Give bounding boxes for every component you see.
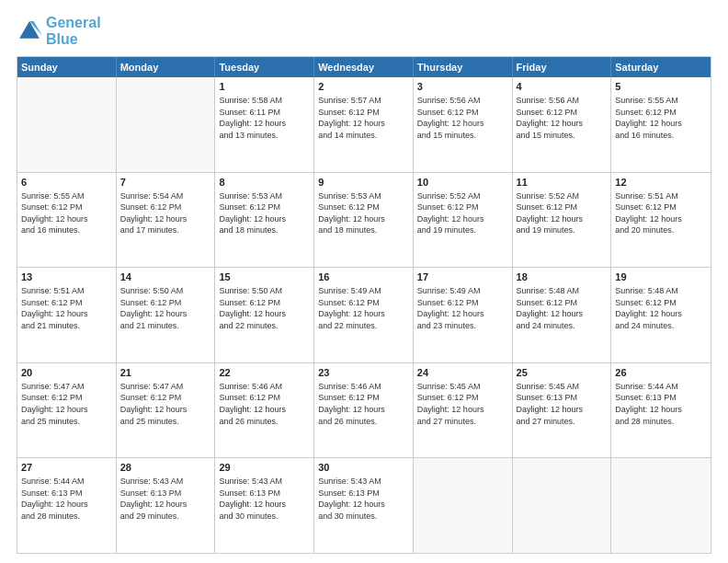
day-info: Sunrise: 5:55 AMSunset: 6:12 PMDaylight:…	[615, 95, 707, 141]
day-number: 4	[517, 80, 608, 94]
header-cell-wednesday: Wednesday	[314, 57, 414, 77]
day-cell-22: 22Sunrise: 5:46 AMSunset: 6:12 PMDayligh…	[215, 363, 314, 458]
day-cell-14: 14Sunrise: 5:50 AMSunset: 6:12 PMDayligh…	[117, 268, 216, 362]
header: General Blue	[17, 15, 711, 47]
day-info: Sunrise: 5:58 AMSunset: 6:11 PMDaylight:…	[219, 95, 310, 141]
day-info: Sunrise: 5:56 AMSunset: 6:12 PMDaylight:…	[417, 95, 508, 141]
logo: General Blue	[17, 15, 101, 47]
day-number: 7	[120, 176, 211, 190]
calendar-row-3: 20Sunrise: 5:47 AMSunset: 6:12 PMDayligh…	[17, 363, 711, 459]
day-number: 11	[517, 176, 608, 190]
day-number: 22	[219, 366, 310, 380]
day-number: 8	[219, 176, 310, 190]
day-info: Sunrise: 5:52 AMSunset: 6:12 PMDaylight:…	[517, 190, 608, 236]
day-number: 3	[417, 80, 508, 94]
day-number: 26	[615, 366, 707, 380]
day-cell-16: 16Sunrise: 5:49 AMSunset: 6:12 PMDayligh…	[314, 268, 414, 362]
day-cell-11: 11Sunrise: 5:52 AMSunset: 6:12 PMDayligh…	[513, 173, 612, 268]
day-number: 20	[21, 366, 112, 380]
calendar: SundayMondayTuesdayWednesdayThursdayFrid…	[17, 56, 711, 554]
day-number: 21	[120, 366, 211, 380]
header-cell-friday: Friday	[513, 57, 612, 77]
day-info: Sunrise: 5:55 AMSunset: 6:12 PMDaylight:…	[21, 190, 112, 236]
day-cell-20: 20Sunrise: 5:47 AMSunset: 6:12 PMDayligh…	[17, 363, 117, 458]
svg-marker-0	[19, 21, 40, 39]
empty-cell	[117, 77, 216, 172]
day-info: Sunrise: 5:43 AMSunset: 6:13 PMDaylight:…	[219, 476, 310, 522]
day-number: 10	[417, 176, 508, 190]
day-info: Sunrise: 5:44 AMSunset: 6:13 PMDaylight:…	[615, 381, 707, 427]
header-cell-thursday: Thursday	[414, 57, 513, 77]
day-info: Sunrise: 5:54 AMSunset: 6:12 PMDaylight:…	[120, 190, 211, 236]
day-number: 15	[219, 270, 310, 284]
day-cell-1: 1Sunrise: 5:58 AMSunset: 6:11 PMDaylight…	[215, 77, 314, 172]
day-cell-15: 15Sunrise: 5:50 AMSunset: 6:12 PMDayligh…	[215, 268, 314, 362]
day-number: 12	[615, 176, 707, 190]
day-info: Sunrise: 5:49 AMSunset: 6:12 PMDaylight:…	[318, 285, 409, 331]
day-number: 13	[21, 270, 112, 284]
day-cell-10: 10Sunrise: 5:52 AMSunset: 6:12 PMDayligh…	[414, 173, 513, 268]
day-info: Sunrise: 5:44 AMSunset: 6:13 PMDaylight:…	[21, 476, 112, 522]
day-cell-27: 27Sunrise: 5:44 AMSunset: 6:13 PMDayligh…	[17, 458, 117, 553]
day-number: 29	[219, 461, 310, 475]
day-cell-3: 3Sunrise: 5:56 AMSunset: 6:12 PMDaylight…	[414, 77, 513, 172]
day-cell-21: 21Sunrise: 5:47 AMSunset: 6:12 PMDayligh…	[117, 363, 216, 458]
day-info: Sunrise: 5:46 AMSunset: 6:12 PMDaylight:…	[318, 381, 409, 427]
day-info: Sunrise: 5:52 AMSunset: 6:12 PMDaylight:…	[417, 190, 508, 236]
day-cell-7: 7Sunrise: 5:54 AMSunset: 6:12 PMDaylight…	[117, 173, 216, 268]
day-info: Sunrise: 5:57 AMSunset: 6:12 PMDaylight:…	[318, 95, 409, 141]
header-cell-monday: Monday	[117, 57, 216, 77]
day-number: 25	[517, 366, 608, 380]
day-cell-24: 24Sunrise: 5:45 AMSunset: 6:12 PMDayligh…	[414, 363, 513, 458]
day-cell-28: 28Sunrise: 5:43 AMSunset: 6:13 PMDayligh…	[117, 458, 216, 553]
empty-cell	[414, 458, 513, 553]
day-info: Sunrise: 5:43 AMSunset: 6:13 PMDaylight:…	[318, 476, 409, 522]
day-number: 28	[120, 461, 211, 475]
day-cell-23: 23Sunrise: 5:46 AMSunset: 6:12 PMDayligh…	[314, 363, 414, 458]
day-cell-9: 9Sunrise: 5:53 AMSunset: 6:12 PMDaylight…	[314, 173, 414, 268]
day-cell-25: 25Sunrise: 5:45 AMSunset: 6:13 PMDayligh…	[513, 363, 612, 458]
day-cell-12: 12Sunrise: 5:51 AMSunset: 6:12 PMDayligh…	[611, 173, 711, 268]
calendar-row-0: 1Sunrise: 5:58 AMSunset: 6:11 PMDaylight…	[17, 77, 711, 173]
day-info: Sunrise: 5:49 AMSunset: 6:12 PMDaylight:…	[417, 285, 508, 331]
header-cell-tuesday: Tuesday	[215, 57, 314, 77]
day-number: 6	[21, 176, 112, 190]
day-info: Sunrise: 5:46 AMSunset: 6:12 PMDaylight:…	[219, 381, 310, 427]
day-cell-19: 19Sunrise: 5:48 AMSunset: 6:12 PMDayligh…	[611, 268, 711, 362]
day-info: Sunrise: 5:43 AMSunset: 6:13 PMDaylight:…	[120, 476, 211, 522]
day-number: 19	[615, 270, 707, 284]
day-info: Sunrise: 5:50 AMSunset: 6:12 PMDaylight:…	[120, 285, 211, 331]
logo-icon	[17, 18, 42, 44]
day-cell-2: 2Sunrise: 5:57 AMSunset: 6:12 PMDaylight…	[314, 77, 414, 172]
day-number: 9	[318, 176, 409, 190]
day-info: Sunrise: 5:45 AMSunset: 6:13 PMDaylight:…	[517, 381, 608, 427]
day-info: Sunrise: 5:51 AMSunset: 6:12 PMDaylight:…	[21, 285, 112, 331]
day-info: Sunrise: 5:47 AMSunset: 6:12 PMDaylight:…	[21, 381, 112, 427]
empty-cell	[17, 77, 117, 172]
day-cell-13: 13Sunrise: 5:51 AMSunset: 6:12 PMDayligh…	[17, 268, 117, 362]
header-cell-saturday: Saturday	[611, 57, 711, 77]
day-cell-17: 17Sunrise: 5:49 AMSunset: 6:12 PMDayligh…	[414, 268, 513, 362]
logo-text: General Blue	[46, 15, 101, 47]
day-info: Sunrise: 5:48 AMSunset: 6:12 PMDaylight:…	[615, 285, 707, 331]
day-info: Sunrise: 5:50 AMSunset: 6:12 PMDaylight:…	[219, 285, 310, 331]
calendar-row-4: 27Sunrise: 5:44 AMSunset: 6:13 PMDayligh…	[17, 458, 711, 553]
day-number: 5	[615, 80, 707, 94]
day-number: 16	[318, 270, 409, 284]
calendar-header: SundayMondayTuesdayWednesdayThursdayFrid…	[17, 57, 711, 77]
page: General Blue SundayMondayTuesdayWednesda…	[0, 0, 728, 563]
day-cell-30: 30Sunrise: 5:43 AMSunset: 6:13 PMDayligh…	[314, 458, 414, 553]
day-info: Sunrise: 5:45 AMSunset: 6:12 PMDaylight:…	[417, 381, 508, 427]
day-cell-5: 5Sunrise: 5:55 AMSunset: 6:12 PMDaylight…	[611, 77, 711, 172]
day-number: 24	[417, 366, 508, 380]
day-cell-6: 6Sunrise: 5:55 AMSunset: 6:12 PMDaylight…	[17, 173, 117, 268]
day-info: Sunrise: 5:47 AMSunset: 6:12 PMDaylight:…	[120, 381, 211, 427]
day-info: Sunrise: 5:48 AMSunset: 6:12 PMDaylight:…	[517, 285, 608, 331]
day-cell-18: 18Sunrise: 5:48 AMSunset: 6:12 PMDayligh…	[513, 268, 612, 362]
empty-cell	[513, 458, 612, 553]
day-number: 14	[120, 270, 211, 284]
day-cell-4: 4Sunrise: 5:56 AMSunset: 6:12 PMDaylight…	[513, 77, 612, 172]
day-info: Sunrise: 5:53 AMSunset: 6:12 PMDaylight:…	[318, 190, 409, 236]
day-info: Sunrise: 5:53 AMSunset: 6:12 PMDaylight:…	[219, 190, 310, 236]
day-number: 17	[417, 270, 508, 284]
